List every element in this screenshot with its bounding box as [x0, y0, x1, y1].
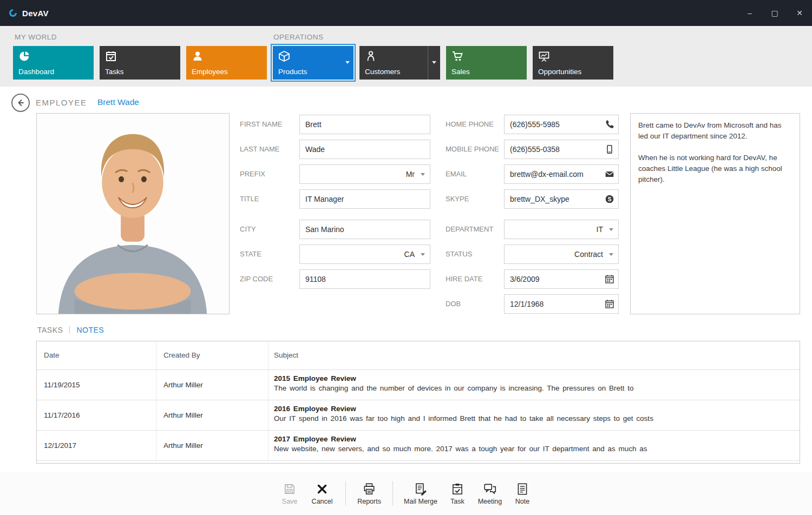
toolbar-separator: [392, 481, 393, 506]
tile-opportunities[interactable]: Opportunities: [533, 46, 613, 80]
field-label: HIRE DATE: [446, 269, 482, 289]
chevron-down-icon: [421, 253, 425, 256]
chevron-down-icon[interactable]: [345, 61, 350, 64]
subject-title: 2016 Employee Review: [274, 405, 800, 413]
tile-employees[interactable]: Employees: [186, 46, 267, 80]
field-value: Contract: [574, 245, 603, 263]
tile-label: Employees: [192, 68, 228, 76]
state-dropdown[interactable]: CA: [299, 245, 430, 264]
field-label: DEPARTMENT: [446, 220, 493, 239]
meeting-button[interactable]: Meeting: [477, 482, 502, 505]
hire-date-input[interactable]: 3/6/2009: [504, 269, 619, 289]
subject-title: 2017 Employee Review: [274, 435, 800, 443]
calendar-icon: [605, 299, 614, 309]
tab-tasks[interactable]: TASKS: [37, 326, 63, 334]
toolbar-label: Reports: [357, 498, 381, 505]
first-name-input[interactable]: Brett: [299, 115, 430, 134]
field-value: brettw@dx-email.com: [510, 165, 584, 183]
table-row[interactable]: 11/17/2016 Arthur Miller 2016 Employee R…: [37, 400, 800, 431]
department-dropdown[interactable]: IT: [504, 220, 619, 239]
ribbon: MY WORLD OPERATIONS Dashboard Tasks Empl…: [0, 26, 812, 87]
minimize-button[interactable]: –: [737, 0, 762, 26]
tile-products[interactable]: Products: [273, 46, 353, 80]
note-icon: [515, 482, 529, 496]
field-zip-code: ZIP CODE 91108: [240, 269, 430, 289]
group-label-operations: OPERATIONS: [273, 33, 324, 41]
toolbar-label: Task: [450, 498, 464, 505]
cancel-button[interactable]: Cancel: [310, 482, 335, 505]
notes-paragraph: Brett came to DevAv from Microsoft and h…: [638, 120, 792, 142]
tile-label: Tasks: [105, 68, 124, 76]
status-dropdown[interactable]: Contract: [504, 245, 619, 264]
cell-subject: 2016 Employee Review Our IT spend in 201…: [269, 400, 800, 430]
reports-button[interactable]: Reports: [357, 482, 382, 505]
save-button[interactable]: Save: [277, 482, 302, 505]
toolbar-label: Cancel: [312, 498, 333, 505]
products-icon: [278, 50, 290, 62]
customers-icon: [365, 50, 377, 62]
field-value: 12/1/1968: [510, 295, 543, 313]
phone-icon: [605, 120, 614, 129]
task-button[interactable]: Task: [445, 482, 470, 505]
detail-tabs: TASKS NOTES: [37, 326, 104, 334]
tab-notes[interactable]: NOTES: [76, 326, 104, 334]
field-last-name: LAST NAME Wade: [240, 140, 430, 159]
tile-customers[interactable]: Customers: [359, 46, 440, 80]
field-label: STATUS: [446, 245, 472, 264]
field-value: 3/6/2009: [510, 270, 540, 288]
cell-created-by: Arthur Miller: [156, 400, 269, 430]
field-label: CITY: [240, 220, 256, 239]
tile-dashboard[interactable]: Dashboard: [13, 46, 94, 80]
table-row[interactable]: 11/19/2015 Arthur Miller 2015 Employee R…: [37, 370, 800, 400]
cancel-icon: [315, 482, 329, 496]
column-header-date[interactable]: Date: [37, 341, 156, 369]
city-input[interactable]: San Marino: [299, 220, 430, 239]
cell-created-by: Arthur Miller: [156, 370, 269, 400]
skype-input[interactable]: brettw_DX_skype S: [504, 189, 619, 209]
field-label: HOME PHONE: [446, 115, 494, 134]
dob-input[interactable]: 12/1/1968: [504, 294, 619, 314]
employee-notes-panel[interactable]: Brett came to DevAv from Microsoft and h…: [630, 113, 800, 314]
title-input[interactable]: IT Manager: [299, 189, 430, 209]
tile-label: Opportunities: [538, 68, 581, 76]
notes-paragraph: When he is not working hard for DevAV, h…: [638, 153, 792, 185]
mobile-phone-input[interactable]: (626)555-0358: [504, 140, 619, 159]
last-name-input[interactable]: Wade: [299, 140, 430, 159]
zip-code-input[interactable]: 91108: [299, 269, 430, 289]
note-button[interactable]: Note: [510, 482, 535, 505]
home-phone-input[interactable]: (626)555-5985: [504, 115, 619, 134]
tile-dropdown-section[interactable]: [428, 46, 440, 80]
titlebar: DevAV – ▢ ✕: [0, 0, 812, 26]
field-city: CITY San Marino: [240, 220, 430, 239]
chevron-down-icon: [609, 253, 613, 256]
field-hire-date: HIRE DATE 3/6/2009: [446, 269, 619, 289]
svg-text:S: S: [608, 196, 612, 202]
column-header-created-by[interactable]: Created By: [156, 341, 269, 369]
field-value: (626)555-5985: [510, 115, 560, 134]
opportunities-icon: [538, 50, 550, 62]
toolbar-separator: [345, 481, 346, 506]
prefix-dropdown[interactable]: Mr: [299, 164, 430, 184]
close-button[interactable]: ✕: [787, 0, 812, 26]
tile-label: Products: [278, 68, 307, 76]
tile-sales[interactable]: Sales: [446, 46, 527, 80]
back-button[interactable]: [11, 94, 30, 112]
email-input[interactable]: brettw@dx-email.com: [504, 164, 619, 184]
tile-tasks[interactable]: Tasks: [100, 46, 180, 80]
bottom-toolbar: Save Cancel Reports Mail Merge: [0, 472, 812, 515]
field-label: FIRST NAME: [240, 115, 283, 134]
table-row[interactable]: 12/1/2017 Arthur Miller 2017 Employee Re…: [37, 431, 800, 461]
notes-table: Date Created By Subject 11/19/2015 Arthu…: [36, 341, 800, 464]
sales-icon: [451, 50, 463, 62]
mobile-icon: [605, 144, 614, 154]
subject-title: 2015 Employee Review: [274, 374, 800, 382]
field-label: EMAIL: [446, 164, 467, 184]
maximize-button[interactable]: ▢: [762, 0, 787, 26]
field-label: TITLE: [240, 189, 259, 209]
mail-merge-button[interactable]: Mail Merge: [404, 482, 437, 505]
column-header-subject[interactable]: Subject: [269, 341, 800, 369]
cell-date: 12/1/2017: [37, 431, 156, 460]
toolbar-label: Meeting: [478, 498, 502, 505]
employee-photo: [36, 113, 230, 314]
calendar-icon: [605, 274, 614, 284]
